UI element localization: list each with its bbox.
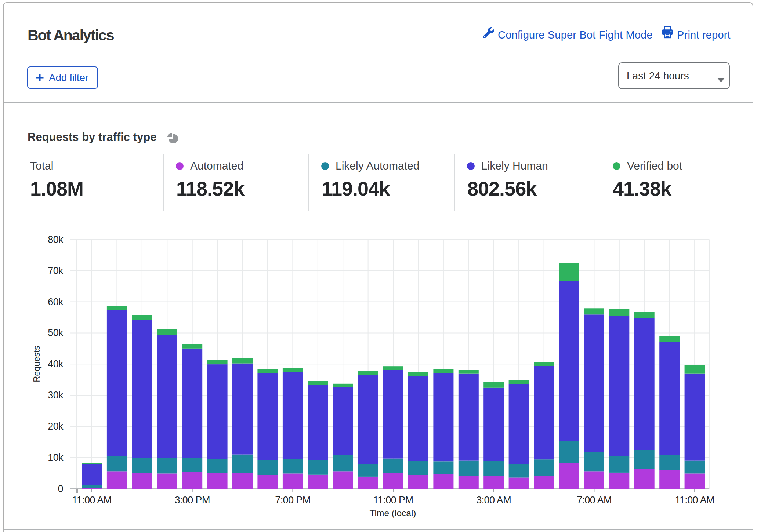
svg-text:60k: 60k [48, 296, 64, 307]
svg-text:Requests: Requests [32, 346, 41, 382]
svg-text:70k: 70k [48, 265, 64, 276]
svg-text:3:00 PM: 3:00 PM [175, 495, 210, 506]
svg-text:11:00 AM: 11:00 AM [72, 495, 111, 506]
svg-text:3:00 AM: 3:00 AM [476, 495, 511, 506]
svg-text:0: 0 [58, 483, 63, 494]
svg-text:20k: 20k [48, 421, 64, 432]
svg-text:11:00 AM: 11:00 AM [675, 495, 714, 506]
svg-text:30k: 30k [48, 390, 64, 401]
svg-text:10k: 10k [48, 452, 64, 463]
svg-text:7:00 PM: 7:00 PM [275, 495, 310, 506]
svg-text:11:00 PM: 11:00 PM [373, 495, 413, 506]
svg-text:80k: 80k [48, 234, 64, 245]
svg-text:40k: 40k [48, 358, 64, 369]
svg-text:7:00 AM: 7:00 AM [577, 495, 612, 506]
svg-text:Time (local): Time (local) [369, 508, 416, 518]
svg-text:50k: 50k [48, 327, 64, 338]
